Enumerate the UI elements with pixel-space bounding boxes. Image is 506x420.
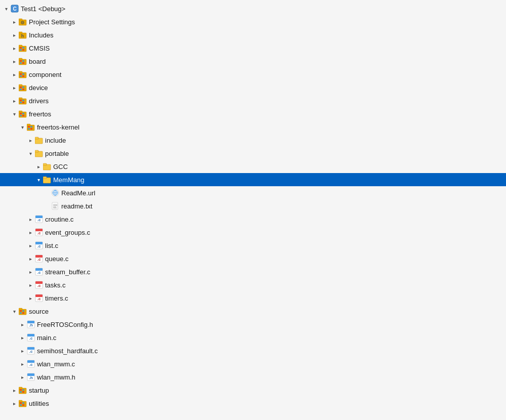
tree-item-wlan-mwm-h[interactable]: .h wlan_mwm.h (0, 370, 506, 384)
chevron-device[interactable] (10, 83, 18, 92)
chevron-readme-url[interactable] (43, 189, 51, 197)
chevron-drivers[interactable] (10, 97, 18, 105)
tree-item-drivers[interactable]: drivers (0, 94, 506, 107)
chevron-list[interactable] (26, 241, 34, 249)
chevron-stream-buffer[interactable] (26, 268, 34, 276)
tree-item-readme-txt[interactable]: readme.txt (0, 199, 506, 213)
svg-rect-44 (22, 115, 24, 116)
tree-item-tasks[interactable]: .c tasks.c (0, 278, 506, 291)
chevron-freertos[interactable] (10, 110, 18, 118)
chevron-memmang[interactable] (34, 176, 43, 184)
tree-item-cmsis[interactable]: CMSIS (0, 41, 506, 55)
label-cmsis: CMSIS (29, 45, 50, 52)
file-tree: C Test1 <Debug> Project Settings h Inclu… (0, 0, 506, 420)
svg-rect-38 (22, 102, 24, 103)
tree-item-memmang[interactable]: MemMang (0, 173, 506, 186)
svg-rect-20 (22, 62, 24, 64)
chevron-source[interactable] (10, 307, 18, 315)
tree-item-utilities[interactable]: utilities (0, 397, 506, 410)
tree-item-include[interactable]: include (0, 134, 506, 147)
tree-item-event-groups[interactable]: .c event_groups.c (0, 226, 506, 239)
chevron-timers[interactable] (26, 294, 34, 302)
svg-rect-34 (19, 98, 22, 100)
chevron-project-settings[interactable] (10, 18, 18, 26)
svg-text:.h: .h (29, 375, 32, 380)
chevron-startup[interactable] (10, 386, 18, 394)
chevron-freertosconfig[interactable] (18, 320, 26, 328)
tree-item-queue[interactable]: .c queue.c (0, 252, 506, 265)
label-startup: startup (29, 387, 49, 394)
label-includes: Includes (29, 31, 53, 39)
chevron-wlan-mwm-h[interactable] (18, 373, 26, 381)
tree-item-device[interactable]: device (0, 81, 506, 94)
tree-item-includes[interactable]: h Includes (0, 28, 506, 41)
icon-includes: h (18, 30, 27, 39)
svg-rect-54 (35, 150, 38, 152)
tree-item-freertos-kernel[interactable]: freertos-kernel (0, 120, 506, 134)
chevron-gcc[interactable] (34, 162, 43, 171)
tree-item-croutine[interactable]: .c croutine.c (0, 213, 506, 226)
tree-item-timers[interactable]: .c timers.c (0, 291, 506, 305)
svg-rect-18 (22, 60, 24, 62)
icon-portable (34, 149, 44, 158)
chevron-board[interactable] (10, 57, 18, 65)
icon-gcc (43, 162, 52, 171)
chevron-semihost[interactable] (18, 347, 26, 355)
icon-tasks: .c (34, 280, 44, 289)
chevron-event-groups[interactable] (26, 228, 34, 236)
svg-rect-114 (22, 389, 24, 391)
chevron-queue[interactable] (26, 255, 34, 263)
tree-item-component[interactable]: component (0, 68, 506, 81)
svg-rect-25 (20, 75, 22, 77)
chevron-component[interactable] (10, 70, 18, 78)
svg-rect-64 (52, 202, 58, 209)
svg-text:C: C (13, 6, 16, 12)
svg-rect-95 (22, 312, 24, 314)
label-freertosconfig: FreeRTOSConfig.h (37, 321, 93, 328)
svg-rect-118 (19, 400, 22, 402)
root-chevron[interactable] (2, 5, 10, 13)
tree-item-main-c[interactable]: .c main.c (0, 331, 506, 344)
tree-item-wlan-mwm-c[interactable]: .c wlan_mwm.c (0, 357, 506, 370)
label-include: include (45, 137, 66, 144)
tree-item-freertos[interactable]: freertos (0, 107, 506, 120)
chevron-portable[interactable] (26, 149, 34, 157)
svg-text:.c: .c (29, 349, 33, 354)
chevron-cmsis[interactable] (10, 44, 18, 52)
chevron-croutine[interactable] (26, 215, 34, 223)
svg-rect-31 (20, 89, 22, 90)
tree-item-readme-url[interactable]: ReadMe.url (0, 186, 506, 199)
tree-item-list[interactable]: .c list.c (0, 239, 506, 252)
chevron-main-c[interactable] (18, 333, 26, 342)
svg-rect-19 (20, 62, 22, 64)
label-portable: portable (45, 150, 69, 157)
tree-item-portable[interactable]: portable (0, 147, 506, 160)
chevron-wlan-mwm-c[interactable] (18, 360, 26, 368)
tree-item-freertosconfig[interactable]: .h FreeRTOSConfig.h (0, 318, 506, 331)
root-item[interactable]: C Test1 <Debug> (0, 2, 506, 15)
chevron-includes[interactable] (10, 31, 18, 39)
chevron-readme-txt[interactable] (43, 202, 51, 210)
chevron-utilities[interactable] (10, 399, 18, 407)
tree-item-semihost[interactable]: .c semihost_hardfault.c (0, 344, 506, 357)
label-readme-txt: readme.txt (61, 202, 92, 210)
tree-item-stream-buffer[interactable]: .c stream_buffer.c (0, 265, 506, 278)
tree-item-source[interactable]: source (0, 305, 506, 318)
chevron-tasks[interactable] (26, 281, 34, 289)
svg-rect-120 (22, 402, 24, 404)
icon-main-c: .c (26, 333, 35, 342)
tree-item-project-settings[interactable]: Project Settings (0, 15, 506, 28)
svg-text:.c: .c (37, 297, 41, 301)
svg-rect-3 (19, 19, 22, 21)
svg-rect-22 (19, 71, 22, 73)
label-source: source (29, 308, 49, 315)
svg-text:.c: .c (37, 218, 41, 222)
chevron-include[interactable] (26, 136, 34, 144)
tree-item-gcc[interactable]: GCC (0, 160, 506, 173)
label-event-groups: event_groups.c (45, 229, 90, 236)
label-wlan-mwm-c: wlan_mwm.c (37, 360, 75, 368)
icon-cmsis (18, 44, 27, 53)
tree-item-board[interactable]: board (0, 55, 506, 68)
chevron-freertos-kernel[interactable] (18, 123, 26, 131)
tree-item-startup[interactable]: startup (0, 384, 506, 397)
